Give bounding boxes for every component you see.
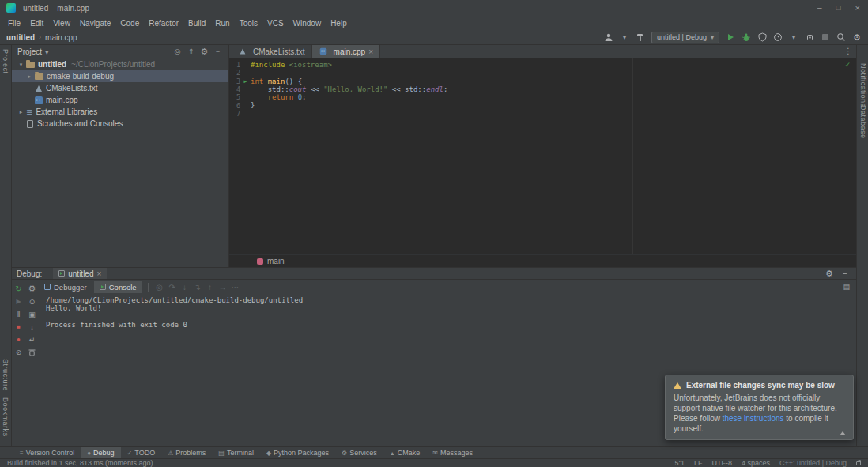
indent-style[interactable]: 4 spaces	[742, 459, 770, 467]
profiler-dropdown-icon[interactable]	[789, 32, 798, 43]
menu-edit[interactable]: Edit	[25, 19, 48, 28]
instructions-link[interactable]: these instructions	[723, 414, 784, 423]
tool-button-debug[interactable]: Debug	[81, 447, 120, 458]
build-hammer-button[interactable]	[636, 32, 645, 43]
console-options-icon[interactable]	[843, 283, 850, 291]
view-breakpoints-button[interactable]	[13, 335, 24, 344]
title-bar[interactable]: untitled – main.cpp	[0, 0, 868, 16]
show-execution-point-icon[interactable]	[154, 283, 165, 292]
clear-console-icon[interactable]	[27, 348, 37, 356]
restore-layout-icon[interactable]	[27, 310, 37, 318]
tab-console[interactable]: Console	[94, 281, 142, 293]
run-button[interactable]	[726, 32, 735, 43]
tool-button-services[interactable]: Services	[335, 447, 383, 458]
collapse-notification-icon[interactable]	[840, 431, 846, 435]
settings-gear-icon[interactable]	[852, 32, 862, 43]
code-area[interactable]: 1#include <iostream>23▶int main() {4 std…	[229, 58, 856, 118]
stop-process-button[interactable]	[13, 322, 24, 331]
tab-main-cpp[interactable]: main.cpp	[312, 45, 380, 58]
step-over-icon[interactable]	[167, 283, 178, 292]
locate-file-icon[interactable]	[172, 47, 183, 55]
hide-panel-icon[interactable]	[213, 47, 223, 55]
file-encoding[interactable]: UTF-8	[712, 459, 733, 467]
lock-icon[interactable]	[856, 461, 861, 465]
layout-settings-icon[interactable]	[27, 284, 37, 293]
tool-button-todo[interactable]: TODO	[121, 447, 162, 458]
debug-session-tab[interactable]: untitled	[53, 268, 107, 279]
code-line[interactable]: 2	[229, 69, 856, 77]
tree-item-cmake-build-debug[interactable]: cmake-build-debug	[12, 70, 228, 82]
tool-button-database[interactable]: Database	[859, 105, 867, 139]
resolve-context[interactable]: C++: untitled | Debug	[779, 459, 847, 467]
tool-button-bookmarks[interactable]: Bookmarks	[2, 397, 9, 437]
hide-debug-panel-icon[interactable]	[840, 268, 850, 279]
menu-run[interactable]: Run	[210, 19, 234, 28]
rerun-button[interactable]	[13, 284, 24, 293]
chevron-down-icon[interactable]	[17, 62, 25, 68]
step-out-icon[interactable]	[205, 283, 216, 292]
resume-button[interactable]	[13, 297, 24, 306]
tab-debugger[interactable]: Debugger	[39, 281, 92, 293]
run-to-cursor-icon[interactable]	[217, 283, 228, 292]
menu-build[interactable]: Build	[183, 19, 210, 28]
avatar-dropdown-icon[interactable]	[620, 32, 629, 43]
tree-item-cmakelists[interactable]: CMakeLists.txt	[12, 82, 228, 94]
menu-code[interactable]: Code	[115, 19, 144, 28]
tool-button-structure[interactable]: Structure	[2, 359, 9, 391]
code-line[interactable]: 6}	[229, 101, 856, 109]
profiler-button[interactable]	[773, 32, 783, 43]
search-everywhere-icon[interactable]	[836, 32, 846, 43]
chevron-right-icon[interactable]	[17, 109, 25, 115]
maximize-icon[interactable]	[836, 3, 841, 13]
menu-file[interactable]: File	[3, 19, 25, 28]
debug-settings-icon[interactable]	[825, 268, 834, 279]
breadcrumb-project[interactable]: untitled	[6, 33, 35, 42]
tab-cmakelists[interactable]: CMakeLists.txt	[232, 45, 312, 58]
tool-button-python-packages[interactable]: Python Packages	[260, 447, 335, 458]
pin-tab-icon[interactable]	[27, 297, 37, 306]
evaluate-expression-icon[interactable]	[230, 283, 241, 292]
project-panel-title[interactable]: Project	[17, 47, 42, 56]
tab-close-icon[interactable]	[368, 47, 373, 56]
avatar-button[interactable]	[604, 32, 613, 43]
inspections-ok-icon[interactable]	[844, 61, 851, 69]
soft-wrap-icon[interactable]	[27, 335, 37, 344]
chevron-right-icon[interactable]	[25, 73, 34, 80]
code-line[interactable]: 7	[229, 110, 856, 118]
coverage-button[interactable]	[757, 32, 767, 43]
tool-button-terminal[interactable]: Terminal	[212, 447, 260, 458]
project-view-dropdown-icon[interactable]	[45, 47, 48, 56]
tool-button-cmake[interactable]: CMake	[383, 447, 426, 458]
breadcrumb-file[interactable]: main.cpp	[45, 33, 77, 42]
editor-options-icon[interactable]	[844, 47, 852, 55]
debug-button[interactable]	[742, 32, 751, 43]
tree-item-scratches[interactable]: Scratches and Consoles	[12, 118, 228, 130]
code-line[interactable]: 3▶int main() {	[229, 77, 856, 85]
code-line[interactable]: 5 return 0;	[229, 93, 856, 101]
menu-help[interactable]: Help	[326, 19, 352, 28]
step-into-icon[interactable]	[179, 283, 191, 292]
menu-tools[interactable]: Tools	[235, 19, 262, 28]
tool-button-problems[interactable]: Problems	[161, 447, 212, 458]
tree-item-external-libraries[interactable]: External Libraries	[12, 106, 228, 118]
tree-item-main-cpp[interactable]: main.cpp	[12, 94, 228, 106]
pause-button[interactable]	[13, 310, 24, 318]
menu-vcs[interactable]: VCS	[262, 19, 289, 28]
line-separator[interactable]: LF	[694, 459, 703, 467]
menu-view[interactable]: View	[48, 19, 75, 28]
menu-refactor[interactable]: Refactor	[144, 19, 183, 28]
tool-button-notifications[interactable]: Notifications	[859, 63, 867, 107]
menu-navigate[interactable]: Navigate	[75, 19, 115, 28]
code-line[interactable]: 4 std::cout << "Hello, World!" << std::e…	[229, 85, 856, 93]
menu-window[interactable]: Window	[289, 19, 326, 28]
force-step-into-icon[interactable]	[192, 283, 203, 292]
code-line[interactable]: 1#include <iostream>	[229, 61, 856, 69]
session-close-icon[interactable]	[97, 269, 102, 278]
tool-button-project[interactable]: Project	[2, 49, 9, 74]
tree-item-root[interactable]: untitled ~/CLionProjects/untitled	[12, 58, 228, 70]
collapse-all-icon[interactable]	[186, 47, 196, 55]
tool-button-messages[interactable]: Messages	[426, 447, 479, 458]
breadcrumb-function[interactable]: main	[267, 257, 285, 266]
minimize-icon[interactable]	[817, 3, 822, 13]
run-config-select[interactable]: untitled | Debug	[651, 32, 719, 43]
